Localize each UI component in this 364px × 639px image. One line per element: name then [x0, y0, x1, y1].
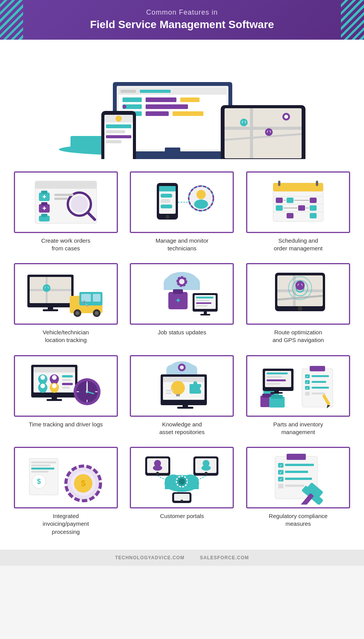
svg-rect-86	[310, 213, 317, 218]
svg-text:✚: ✚	[42, 194, 46, 200]
footer-right: SALESFORCE.COM	[200, 555, 249, 560]
feature-card-knowledge: Knowledge andasset repositories	[124, 351, 240, 443]
svg-rect-6	[121, 90, 136, 93]
feature-label-scheduling: Scheduling andorder management	[274, 237, 323, 253]
svg-rect-80	[287, 198, 294, 203]
feature-image-invoicing: $ $	[14, 447, 118, 508]
svg-rect-212	[267, 372, 288, 374]
svg-text:$: $	[37, 478, 41, 485]
feature-card-create-work-orders: ✚ ✚ Create work ordersfrom cases	[8, 167, 124, 259]
svg-rect-255	[285, 464, 314, 466]
svg-point-153	[51, 388, 58, 393]
feature-card-regulatory: ✓ ✓ ✓ Regulatory compliancemeasures	[240, 442, 356, 542]
svg-rect-252	[287, 454, 306, 460]
svg-rect-20	[157, 151, 188, 154]
svg-point-175	[193, 381, 197, 385]
svg-rect-81	[310, 198, 317, 203]
svg-rect-62	[159, 186, 176, 191]
svg-rect-121	[196, 297, 213, 299]
hero-illustration	[47, 51, 317, 159]
svg-rect-7	[140, 90, 171, 93]
svg-point-16	[122, 98, 126, 102]
svg-point-146	[52, 375, 57, 380]
hero-section	[0, 40, 364, 163]
svg-rect-218	[31, 465, 50, 466]
svg-rect-123	[196, 302, 211, 304]
svg-rect-9	[146, 97, 176, 102]
svg-rect-177	[166, 390, 173, 391]
feature-card-scheduling: Scheduling andorder management	[240, 167, 356, 259]
feature-label-manage-monitor: Manage and monitortechnicians	[156, 237, 209, 253]
features-grid: ✚ ✚ Create work ordersfrom cases	[0, 163, 364, 550]
svg-point-114	[179, 279, 185, 284]
svg-point-43	[116, 116, 122, 122]
svg-rect-191	[312, 375, 329, 377]
feature-label-create-work-orders: Create work ordersfrom cases	[41, 237, 91, 253]
svg-rect-173	[176, 394, 180, 396]
svg-rect-199	[312, 392, 325, 394]
svg-rect-154	[62, 375, 73, 377]
svg-rect-82	[276, 205, 283, 211]
page-footer: TECHNOLOGYADVICE.COM SALESFORCE.COM	[0, 550, 364, 566]
svg-rect-42	[106, 140, 121, 143]
svg-point-233	[179, 478, 185, 485]
feature-label-knowledge: Knowledge andasset repositories	[159, 421, 205, 436]
svg-text:✦: ✦	[175, 296, 181, 305]
svg-text:✚: ✚	[42, 206, 46, 211]
svg-text:✓: ✓	[279, 463, 282, 468]
feature-image-vehicle-tracking: 🔧	[14, 263, 118, 325]
svg-point-186	[180, 366, 184, 369]
svg-point-239	[156, 472, 159, 475]
svg-point-105	[75, 311, 79, 315]
feature-image-scheduling	[246, 171, 350, 233]
svg-rect-217	[31, 461, 56, 463]
svg-point-138	[298, 306, 302, 311]
svg-rect-155	[62, 379, 71, 381]
svg-rect-12	[146, 104, 188, 109]
svg-text:🔧: 🔧	[81, 300, 89, 307]
page-header: Common Features in Field Service Managem…	[0, 0, 364, 40]
footer-left: TECHNOLOGYADVICE.COM	[115, 555, 185, 560]
feature-image-parts-inventory: ✓ ✓ ✓	[246, 355, 350, 417]
svg-rect-99	[43, 309, 58, 311]
svg-text:✓: ✓	[279, 470, 282, 475]
svg-rect-74	[278, 181, 280, 186]
svg-rect-73	[273, 183, 323, 191]
svg-rect-75	[316, 181, 318, 186]
svg-rect-215	[267, 383, 280, 385]
svg-point-34	[284, 115, 288, 119]
svg-rect-156	[62, 383, 73, 385]
svg-point-69	[194, 200, 208, 209]
svg-text:✓: ✓	[306, 386, 309, 390]
svg-rect-85	[287, 213, 294, 218]
feature-image-manage-monitor	[130, 171, 234, 233]
svg-rect-83	[298, 205, 305, 211]
svg-rect-194	[312, 381, 326, 383]
svg-point-68	[196, 190, 206, 199]
svg-point-143	[40, 375, 45, 380]
svg-point-172	[171, 381, 185, 395]
feature-label-parts-inventory: Parts and inventorymanagement	[273, 421, 323, 436]
svg-text:✓: ✓	[279, 477, 282, 481]
feature-image-job-status: ✦	[130, 263, 234, 325]
svg-rect-126	[200, 314, 210, 315]
feature-image-create-work-orders: ✚ ✚	[14, 171, 118, 233]
svg-rect-79	[276, 198, 283, 203]
svg-point-107	[95, 311, 99, 315]
svg-point-150	[39, 388, 46, 393]
svg-text:✓: ✓	[306, 381, 309, 384]
svg-rect-219	[31, 468, 54, 470]
svg-rect-41	[106, 135, 131, 138]
feature-image-time-tracking	[14, 355, 118, 417]
svg-rect-63	[161, 194, 172, 198]
feature-image-knowledge	[130, 355, 234, 417]
svg-rect-14	[146, 111, 169, 116]
feature-card-invoicing: $ $ Integratedinvoicing/paymentprocessin…	[8, 442, 124, 542]
svg-rect-141	[34, 367, 75, 372]
feature-label-job-status: Job status updates	[158, 329, 206, 336]
svg-point-249	[181, 500, 183, 502]
svg-rect-220	[31, 471, 49, 473]
svg-point-17	[122, 105, 126, 109]
svg-rect-40	[106, 130, 125, 133]
svg-rect-157	[62, 387, 70, 389]
